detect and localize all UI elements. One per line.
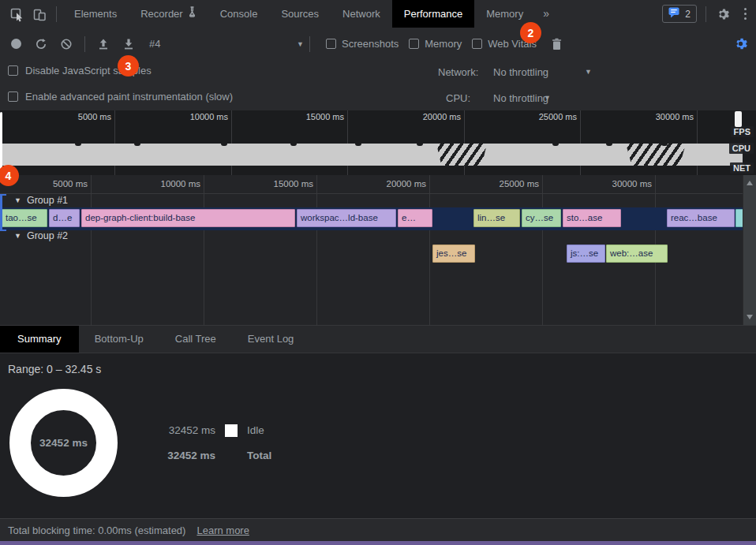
tab-performance[interactable]: Performance	[392, 0, 474, 28]
checkbox-box[interactable]	[8, 91, 18, 102]
tab-sources[interactable]: Sources	[269, 0, 331, 28]
flame-bar[interactable]: workspac…ld-base	[297, 209, 396, 227]
scroll-up-icon[interactable]	[747, 181, 753, 185]
checkbox-box[interactable]	[472, 39, 482, 49]
gear-icon[interactable]	[712, 3, 734, 25]
cpu-dip	[290, 144, 297, 146]
memory-checkbox[interactable]: Memory	[409, 38, 462, 50]
annotation-badge-3: 3	[118, 55, 139, 77]
clear-icon[interactable]	[60, 38, 73, 50]
checkbox-box[interactable]	[326, 39, 336, 49]
scroll-down-icon[interactable]	[747, 315, 753, 319]
chevron-down-icon[interactable]: ▼	[585, 68, 592, 76]
total-blocking-time-text: Total blocking time: 0.00ms (estimated)	[8, 524, 185, 536]
reload-icon[interactable]	[35, 38, 47, 50]
learn-more-link[interactable]: Learn more	[196, 524, 249, 536]
flame-bar[interactable]: sto…ase	[563, 209, 621, 227]
devtools-tabbar: Elements Recorder Console Sources Networ…	[0, 0, 756, 28]
ruler-tick-label: 5000 ms	[54, 112, 111, 121]
ruler-tick-label: 20000 ms	[404, 112, 461, 121]
cpu-dip	[417, 144, 423, 146]
devtools-window: Elements Recorder Console Sources Networ…	[0, 0, 756, 545]
group-1-header[interactable]: ▼ Group #1	[14, 195, 68, 206]
divider	[56, 6, 57, 22]
details-tabbar: Summary Bottom-Up Call Tree Event Log	[0, 325, 756, 353]
checkbox-label: Screenshots	[342, 38, 399, 50]
annotation-badge-2: 2	[520, 22, 541, 43]
chevron-down-icon: ▼	[297, 40, 304, 48]
tab-summary[interactable]: Summary	[0, 326, 79, 353]
ruler-tick-label: 25000 ms	[482, 179, 539, 189]
collapse-triangle-icon[interactable]: ▼	[14, 232, 21, 240]
screenshots-checkbox[interactable]: Screenshots	[326, 38, 399, 50]
tab-network[interactable]: Network	[331, 0, 392, 28]
tab-recorder[interactable]: Recorder	[129, 0, 208, 28]
group-1-track: tao…sed…edep-graph-client:build-basework…	[0, 209, 743, 227]
tab-elements[interactable]: Elements	[62, 0, 129, 28]
legend-total-label: Total	[247, 450, 271, 461]
inspect-icon[interactable]	[6, 3, 28, 25]
flask-icon	[188, 0, 196, 28]
ruler-tick-label: 30000 ms	[595, 179, 652, 189]
tab-label: Console	[220, 0, 258, 28]
flame-bar[interactable]: lin…se	[473, 209, 520, 227]
capture-settings-gear-icon[interactable]	[733, 36, 748, 51]
tab-label: Performance	[404, 0, 462, 28]
advanced-paint-checkbox[interactable]: Enable advanced paint instrumentation (s…	[8, 91, 233, 103]
history-selected-value: #4	[149, 38, 160, 50]
group-2-header[interactable]: ▼ Group #2	[14, 230, 68, 241]
net-lane-label: NET	[730, 162, 754, 174]
cpu-throttling-select[interactable]: No throttling	[493, 92, 548, 104]
chevron-down-icon[interactable]: ▼	[544, 94, 551, 102]
kebab-menu-icon[interactable]	[734, 3, 756, 25]
network-throttling-select[interactable]: No throttling	[493, 66, 548, 78]
flame-chart[interactable]: 5000 ms10000 ms15000 ms20000 ms25000 ms3…	[0, 175, 756, 325]
flame-bar[interactable]: d…e	[49, 209, 80, 227]
overview-right-handle[interactable]	[735, 111, 742, 127]
flame-bar[interactable]: dep-graph-client:build-base	[81, 209, 295, 227]
history-select[interactable]: #4 ▼	[149, 38, 304, 50]
tab-console[interactable]: Console	[208, 0, 270, 28]
cpu-dip	[75, 144, 81, 146]
checkbox-box[interactable]	[409, 39, 419, 49]
save-profile-icon[interactable]	[122, 38, 135, 50]
donut-center-label: 32452 ms	[9, 389, 118, 497]
flame-bar[interactable]: reac…base	[667, 209, 735, 227]
issues-bubble-icon	[668, 7, 680, 21]
more-tabs-button[interactable]: »	[535, 0, 557, 28]
tab-call-tree[interactable]: Call Tree	[159, 326, 232, 353]
overview-left-handle[interactable]	[0, 112, 2, 172]
vertical-scrollbar[interactable]	[743, 175, 756, 325]
cpu-activity-band	[0, 144, 743, 166]
cpu-lane-label: CPU	[729, 143, 754, 154]
network-label: Network:	[438, 66, 478, 78]
timeline-overview[interactable]: 5000 ms10000 ms15000 ms20000 ms25000 ms3…	[0, 110, 756, 175]
record-icon[interactable]	[11, 39, 21, 49]
group-name: Group #2	[27, 230, 68, 241]
tab-label: Memory	[486, 0, 523, 28]
collapse-triangle-icon[interactable]: ▼	[14, 196, 21, 204]
checkbox-box[interactable]	[8, 65, 18, 76]
issues-counter[interactable]: 2	[662, 5, 697, 23]
ruler-tick-label: 30000 ms	[637, 112, 694, 121]
tab-bottom-up[interactable]: Bottom-Up	[79, 326, 159, 353]
ruler-tick-label: 20000 ms	[369, 179, 426, 189]
flame-bar[interactable]: js:…se	[567, 245, 605, 263]
flame-bar[interactable]: web:…ase	[606, 245, 668, 263]
tab-event-log[interactable]: Event Log	[232, 326, 310, 353]
divider	[705, 6, 706, 22]
flame-bar[interactable]: jes…se	[432, 245, 475, 263]
load-profile-icon[interactable]	[97, 38, 110, 50]
device-toolbar-icon[interactable]	[28, 3, 51, 25]
cpu-dip	[134, 144, 140, 146]
flame-bar[interactable]: tao…se	[2, 209, 47, 227]
flame-bar[interactable]: cy…se	[522, 209, 561, 227]
trash-icon[interactable]	[551, 38, 563, 50]
flame-bar[interactable]: e…	[398, 209, 432, 227]
checkbox-label: Memory	[425, 38, 462, 50]
ruler-divider	[0, 193, 743, 194]
cpu-dip	[552, 144, 559, 146]
legend-idle-label: Idle	[247, 424, 264, 436]
status-footer: Total blocking time: 0.00ms (estimated) …	[0, 518, 756, 541]
fps-lane-label: FPS	[731, 126, 754, 137]
